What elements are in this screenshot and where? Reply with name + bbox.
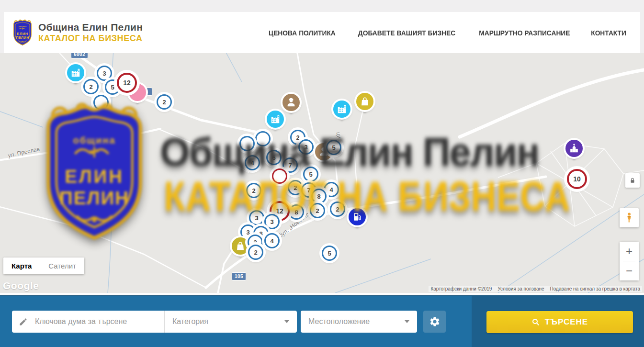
cluster-marker[interactable]: 4 xyxy=(264,233,280,248)
pencil-icon xyxy=(12,317,34,326)
map-attribution: Картографски данни ©2019 Условия за полз… xyxy=(429,286,642,292)
factory-icon xyxy=(67,64,84,81)
factory-pin[interactable] xyxy=(267,111,284,128)
zoom-in-button[interactable]: + xyxy=(620,242,639,261)
cluster-marker[interactable]: 2 xyxy=(248,245,263,260)
fuel-pin[interactable] xyxy=(349,208,366,225)
street-view-pegman-button[interactable] xyxy=(620,208,639,227)
cluster-marker[interactable]: 2 xyxy=(288,180,303,195)
keyword-search-input[interactable] xyxy=(34,317,164,326)
report-map-error-link[interactable]: Подаване на сигнал за грешка в картата xyxy=(550,286,640,291)
cluster-marker[interactable] xyxy=(255,131,271,146)
map-type-control: Карта Сателит xyxy=(3,257,84,274)
satellite-view-button[interactable]: Сателит xyxy=(40,257,84,274)
church-icon xyxy=(565,140,583,157)
cluster-marker[interactable]: 5 xyxy=(326,140,341,155)
logo-subtitle: КАТАЛОГ НА БИЗНЕСА xyxy=(38,34,143,44)
cluster-marker[interactable]: 3 xyxy=(97,66,112,81)
cluster-marker[interactable]: 5 xyxy=(303,167,318,182)
main-nav: ЦЕНОВА ПОЛИТИКАДОБАВЕТЕ ВАШИЯТ БИЗНЕСМАР… xyxy=(266,29,632,37)
cluster-marker[interactable]: 10 xyxy=(567,169,587,189)
google-logo[interactable]: Google xyxy=(3,280,39,291)
logo-title: Община Елин Пелин xyxy=(38,22,143,33)
cluster-marker[interactable]: 2 xyxy=(330,201,345,217)
factory-icon xyxy=(333,101,350,118)
nav-contacts[interactable]: КОНТАКТИ xyxy=(591,29,626,37)
search-bar: Категория Местоположение ТЪРСЕНЕ xyxy=(0,295,644,347)
nav-pricing-policy[interactable]: ЦЕНОВА ПОЛИТИКА xyxy=(269,29,336,37)
bag-icon xyxy=(232,237,249,255)
site-logo[interactable]: Община Елин Пелин КАТАЛОГ НА БИЗНЕСА xyxy=(12,19,143,46)
nav-route-schedule[interactable]: МАРШРУТНО РАЗПИСАНИЕ xyxy=(479,29,570,37)
cluster-marker[interactable] xyxy=(239,136,255,151)
location-select[interactable]: Местоположение xyxy=(301,311,417,333)
map-view-button[interactable]: Карта xyxy=(3,257,40,274)
magnifier-icon xyxy=(531,318,540,326)
advanced-settings-button[interactable] xyxy=(423,311,446,333)
cluster-marker[interactable]: 2 xyxy=(310,203,325,218)
cluster-marker[interactable]: 12 xyxy=(117,73,137,93)
header-inner: Община Елин Пелин КАТАЛОГ НА БИЗНЕСА ЦЕН… xyxy=(4,12,640,53)
category-select-value: Категория xyxy=(172,317,208,326)
street-label: ул. Преслав xyxy=(7,146,40,159)
cluster-marker[interactable]: 3 xyxy=(249,210,264,225)
cluster-marker[interactable]: 2 xyxy=(83,79,99,94)
road-badge-6002: 6002 xyxy=(71,53,88,58)
municipality-crest-icon xyxy=(12,19,33,46)
cluster-marker[interactable]: 2 xyxy=(246,183,261,198)
cluster-marker[interactable]: 8 xyxy=(311,189,327,204)
factory-pin[interactable] xyxy=(333,101,350,118)
fuel-icon xyxy=(349,208,366,225)
chevron-down-icon xyxy=(284,320,289,323)
chevron-down-icon xyxy=(405,320,409,323)
cluster-marker[interactable]: 2 xyxy=(157,94,172,110)
search-button-label: ТЪРСЕНЕ xyxy=(545,317,588,327)
keyword-category-group: Категория xyxy=(12,311,297,333)
cluster-marker[interactable] xyxy=(272,168,287,184)
bag-pin[interactable] xyxy=(356,93,373,110)
cluster-marker[interactable]: 3 xyxy=(298,139,314,155)
zoom-out-button[interactable]: − xyxy=(620,261,639,280)
header: Община Елин Пелин КАТАЛОГ НА БИЗНЕСА ЦЕН… xyxy=(0,0,644,53)
pegman-icon xyxy=(623,212,635,224)
factory-icon xyxy=(267,111,284,128)
google-map[interactable]: 6002105ул. Преславциибул. „Новосел325122… xyxy=(0,53,644,293)
cluster-marker[interactable]: 6 xyxy=(266,150,282,165)
terms-of-use-link[interactable]: Условия за ползване xyxy=(497,286,544,291)
logo-text: Община Елин Пелин КАТАЛОГ НА БИЗНЕСА xyxy=(38,22,143,44)
location-select-value: Местоположение xyxy=(308,317,370,326)
lock-button[interactable] xyxy=(625,173,640,188)
nav-add-your-business[interactable]: ДОБАВЕТЕ ВАШИЯТ БИЗНЕС xyxy=(358,29,455,37)
cluster-marker[interactable]: 8 xyxy=(289,204,304,220)
bag-pin[interactable] xyxy=(232,237,249,255)
cluster-marker[interactable]: 5 xyxy=(322,246,337,261)
attribution-copyright: Картографски данни ©2019 xyxy=(430,286,492,291)
bag-icon xyxy=(356,93,373,110)
cluster-marker[interactable]: 3 xyxy=(264,214,280,229)
worker-pin[interactable] xyxy=(282,94,300,111)
church-pin[interactable] xyxy=(565,140,583,157)
worker-icon xyxy=(282,94,300,111)
road-badge-105: 105 xyxy=(232,272,246,280)
category-select[interactable]: Категория xyxy=(165,311,297,333)
cluster-marker[interactable]: 4 xyxy=(245,155,260,170)
factory-pin[interactable] xyxy=(67,64,84,81)
search-button[interactable]: ТЪРСЕНЕ xyxy=(486,311,633,333)
padlock-icon xyxy=(629,177,636,184)
zoom-control: + − xyxy=(620,242,639,280)
cluster-marker[interactable] xyxy=(93,95,109,110)
gear-icon xyxy=(429,316,441,327)
search-action-panel: ТЪРСЕНЕ xyxy=(472,296,644,347)
